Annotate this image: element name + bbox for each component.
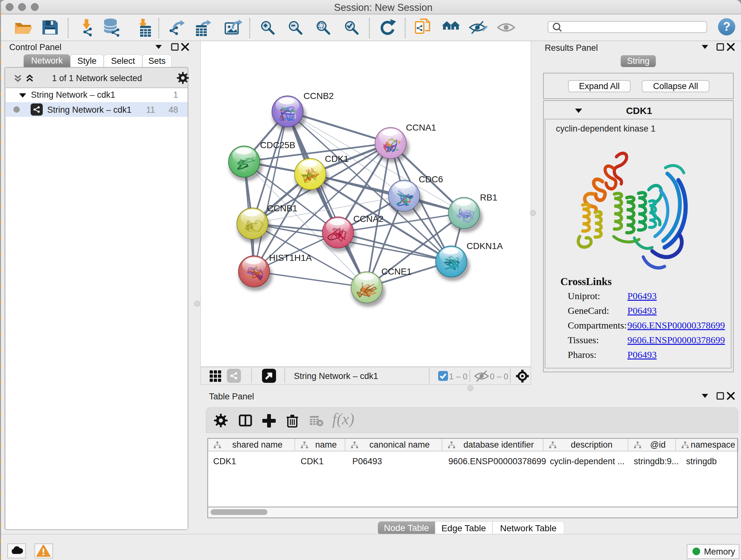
- svg-text:CDC25B: CDC25B: [260, 140, 295, 150]
- svg-text:CDC6: CDC6: [419, 174, 443, 184]
- svg-text:CCNA1: CCNA1: [406, 123, 436, 132]
- svg-text:CCNB1: CCNB1: [267, 203, 297, 213]
- svg-text:CCNB2: CCNB2: [304, 91, 334, 101]
- svg-text:RB1: RB1: [480, 192, 497, 202]
- svg-text:CCNE1: CCNE1: [381, 266, 412, 276]
- svg-text:HIST1H1A: HIST1H1A: [269, 253, 312, 263]
- svg-text:CDK1: CDK1: [325, 154, 349, 164]
- svg-text:CCNA2: CCNA2: [353, 214, 384, 224]
- svg-text:CDKN1A: CDKN1A: [467, 241, 503, 251]
